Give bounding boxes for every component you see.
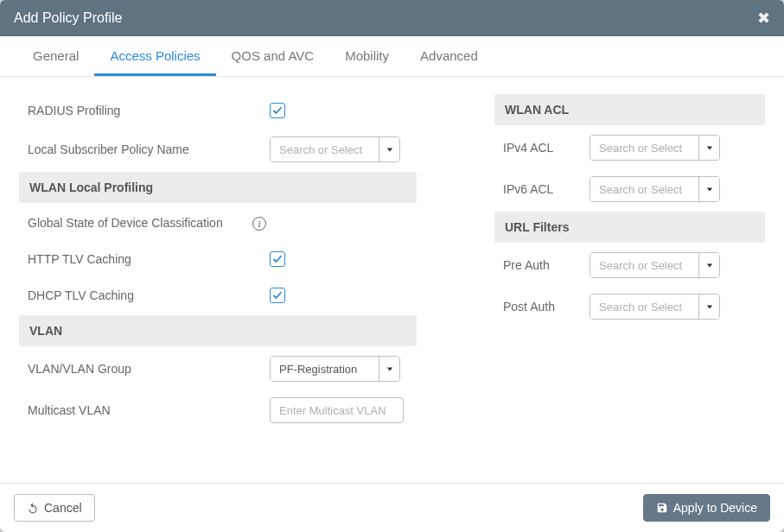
row-local-subscriber-policy: Local Subscriber Policy Name: [19, 129, 417, 170]
apply-button[interactable]: Apply to Device: [643, 494, 770, 522]
select-post-auth[interactable]: [590, 294, 720, 320]
save-icon: [656, 502, 668, 514]
svg-marker-5: [706, 305, 711, 308]
tab-mobility[interactable]: Mobility: [329, 36, 405, 76]
row-ipv4-acl: IPv4 ACL: [494, 127, 765, 168]
tab-advanced[interactable]: Advanced: [405, 36, 494, 76]
checkbox-dhcp-tlv[interactable]: [270, 288, 285, 303]
input-vlan-group[interactable]: [271, 357, 379, 381]
chevron-down-icon[interactable]: [698, 136, 719, 160]
input-post-auth[interactable]: [590, 294, 698, 319]
row-multicast-vlan: Multicast VLAN: [19, 390, 417, 431]
chevron-down-icon[interactable]: [379, 137, 399, 162]
tab-qos-avc[interactable]: QOS and AVC: [216, 36, 330, 76]
chevron-down-icon[interactable]: [379, 357, 399, 381]
row-vlan-group: VLAN/VLAN Group: [19, 348, 417, 390]
input-local-subscriber-policy[interactable]: [271, 137, 379, 162]
cancel-button[interactable]: Cancel: [14, 494, 95, 522]
check-icon: [272, 105, 283, 116]
left-column: RADIUS Profiling Local Subscriber Policy…: [19, 92, 417, 474]
label-ipv4-acl: IPv4 ACL: [503, 141, 590, 155]
label-global-state: Global State of Device Classification: [28, 216, 252, 230]
apply-label: Apply to Device: [673, 501, 757, 515]
right-column: WLAN ACL IPv4 ACL IPv6 ACL: [494, 92, 765, 474]
input-pre-auth[interactable]: [590, 253, 698, 277]
svg-marker-0: [386, 148, 392, 151]
close-icon[interactable]: ✖: [757, 9, 770, 28]
select-ipv4-acl[interactable]: [590, 135, 720, 161]
input-ipv4-acl[interactable]: [590, 136, 698, 160]
undo-icon: [27, 502, 39, 514]
select-pre-auth[interactable]: [590, 252, 720, 278]
row-post-auth: Post Auth: [494, 286, 765, 327]
modal-title: Add Policy Profile: [14, 10, 122, 26]
section-wlan-local-profiling: WLAN Local Profiling: [19, 172, 417, 203]
select-local-subscriber-policy[interactable]: [270, 136, 400, 162]
label-ipv6-acl: IPv6 ACL: [503, 182, 590, 196]
row-radius-profiling: RADIUS Profiling: [19, 92, 417, 129]
label-dhcp-tlv: DHCP TLV Caching: [28, 288, 270, 302]
label-vlan-group: VLAN/VLAN Group: [28, 362, 270, 376]
svg-marker-1: [386, 367, 392, 370]
chevron-down-icon[interactable]: [698, 177, 719, 201]
input-ipv6-acl[interactable]: [590, 177, 698, 201]
section-url-filters: URL Filters: [494, 212, 765, 243]
cancel-label: Cancel: [44, 501, 82, 515]
label-radius-profiling: RADIUS Profiling: [28, 104, 270, 117]
tab-bar: General Access Policies QOS and AVC Mobi…: [0, 36, 784, 77]
label-post-auth: Post Auth: [503, 300, 590, 314]
select-ipv6-acl[interactable]: [590, 176, 720, 202]
svg-marker-2: [706, 146, 711, 149]
modal-footer: Cancel Apply to Device: [0, 483, 784, 532]
chevron-down-icon[interactable]: [698, 253, 719, 277]
modal: Add Policy Profile ✖ General Access Poli…: [0, 0, 784, 532]
section-wlan-acl: WLAN ACL: [494, 94, 765, 125]
row-ipv6-acl: IPv6 ACL: [494, 168, 765, 210]
row-pre-auth: Pre Auth: [494, 244, 765, 286]
input-multicast-vlan[interactable]: [270, 397, 404, 423]
svg-marker-3: [706, 187, 711, 191]
checkbox-http-tlv[interactable]: [270, 251, 285, 267]
check-icon: [272, 254, 283, 264]
label-pre-auth: Pre Auth: [503, 258, 590, 272]
modal-header: Add Policy Profile ✖: [0, 0, 784, 36]
label-local-subscriber-policy: Local Subscriber Policy Name: [28, 142, 270, 156]
tab-access-policies[interactable]: Access Policies: [94, 36, 215, 76]
check-icon: [272, 290, 283, 301]
tab-general[interactable]: General: [17, 36, 94, 76]
row-dhcp-tlv: DHCP TLV Caching: [19, 277, 417, 314]
chevron-down-icon[interactable]: [698, 294, 719, 319]
label-http-tlv: HTTP TLV Caching: [28, 252, 270, 266]
section-vlan: VLAN: [19, 315, 417, 346]
modal-body: RADIUS Profiling Local Subscriber Policy…: [0, 77, 784, 483]
select-vlan-group[interactable]: [270, 356, 400, 382]
row-http-tlv: HTTP TLV Caching: [19, 241, 417, 277]
label-multicast-vlan: Multicast VLAN: [28, 403, 270, 417]
row-global-state: Global State of Device Classification i: [19, 205, 417, 241]
svg-marker-4: [706, 263, 711, 267]
checkbox-radius-profiling[interactable]: [270, 103, 285, 118]
info-icon[interactable]: i: [252, 217, 266, 231]
